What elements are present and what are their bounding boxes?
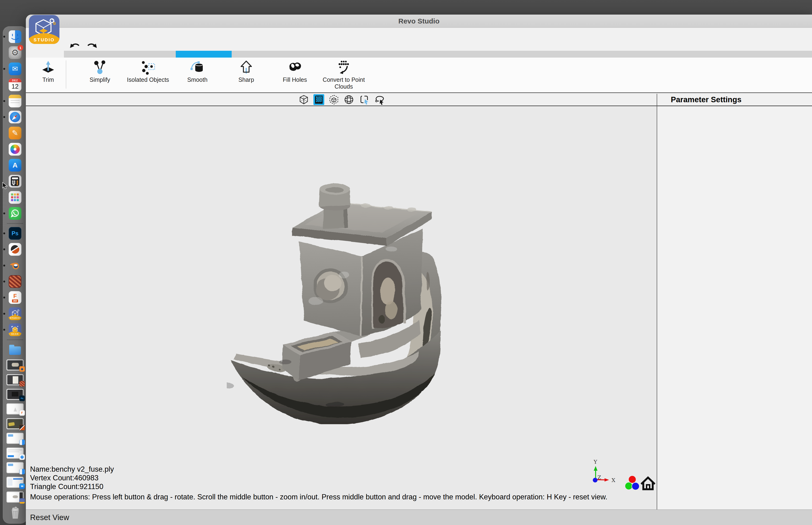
dock-launchpad[interactable] bbox=[9, 191, 21, 204]
minimized-window-photoshop[interactable]: Ps bbox=[6, 389, 24, 400]
running-indicator bbox=[3, 36, 5, 38]
undo-button[interactable] bbox=[70, 42, 80, 50]
revo-scan-label: SCAN bbox=[9, 331, 21, 336]
dock-app-store[interactable]: A bbox=[9, 159, 21, 171]
finder-icon bbox=[9, 30, 21, 43]
fusion-360-label: 360 bbox=[12, 299, 18, 302]
tool-label: Convert to Point Clouds bbox=[321, 76, 366, 90]
minimized-window-finder-2[interactable] bbox=[6, 462, 24, 473]
rgb-render-mode-button[interactable] bbox=[625, 476, 640, 491]
dock-downloads-folder[interactable] bbox=[9, 343, 21, 356]
dock-calendar[interactable]: DEZ 12 bbox=[9, 78, 21, 91]
running-indicator bbox=[3, 313, 5, 315]
dock-calculator[interactable] bbox=[9, 175, 21, 188]
smooth-button[interactable]: Smooth bbox=[175, 60, 220, 83]
tool-label: Sharp bbox=[224, 76, 269, 83]
dock-photos[interactable] bbox=[9, 143, 21, 155]
convert-to-point-clouds-button[interactable]: Convert to Point Clouds bbox=[321, 60, 366, 90]
dock-finder[interactable] bbox=[9, 30, 21, 43]
dock: ⚙ 1 ✉ DEZ 12 ✎ A P bbox=[3, 26, 27, 524]
tool-label: Trim bbox=[26, 76, 71, 83]
minimized-window-cad-app[interactable] bbox=[6, 374, 24, 386]
running-indicator bbox=[3, 232, 5, 234]
fill-holes-button[interactable]: Fill Holes bbox=[273, 60, 317, 83]
dock-notes[interactable] bbox=[9, 95, 21, 107]
vertex-count: Vertex Count:460983 bbox=[30, 474, 114, 482]
minimized-window-safari[interactable] bbox=[6, 448, 24, 459]
dock-revo-scan[interactable]: SCAN bbox=[9, 324, 21, 336]
minimized-window-revo-scan[interactable] bbox=[6, 491, 24, 503]
minimized-window-mail[interactable]: ✉ bbox=[6, 477, 24, 488]
axis-label-y: Y bbox=[594, 459, 597, 465]
fusion-letter: F bbox=[13, 293, 17, 299]
sharp-icon bbox=[239, 60, 254, 75]
tool-label: Isolated Objects bbox=[126, 76, 170, 83]
3d-viewport[interactable]: Name:benchy v2_fuse.ply Vertex Count:460… bbox=[26, 107, 657, 510]
fusion-badge-icon: F bbox=[19, 410, 25, 416]
dock-blender[interactable] bbox=[9, 259, 21, 272]
window-title: Revo Studio bbox=[26, 15, 812, 28]
dock-3d-design-app[interactable] bbox=[9, 243, 21, 256]
bounding-box-view-button[interactable] bbox=[328, 94, 339, 105]
axis-label-x: X bbox=[612, 477, 615, 483]
trim-button[interactable]: Trim bbox=[26, 60, 71, 83]
axis-gizmo: Y Z X bbox=[586, 459, 622, 489]
safari-badge-icon bbox=[19, 454, 25, 460]
dock-pages[interactable]: ✎ bbox=[9, 127, 21, 139]
panel-title: Parameter Settings bbox=[671, 95, 741, 104]
simplify-button[interactable]: Simplify bbox=[78, 60, 122, 83]
rectangle-select-button[interactable] bbox=[358, 94, 369, 105]
minimized-window-finder[interactable] bbox=[6, 433, 24, 444]
benchy-model[interactable] bbox=[227, 179, 452, 424]
titlebar[interactable]: Revo Studio bbox=[26, 15, 812, 28]
running-indicator bbox=[3, 281, 5, 283]
revo-scan-badge-icon bbox=[19, 498, 25, 504]
desktop: ⚙ 1 ✉ DEZ 12 ✎ A P bbox=[0, 0, 812, 525]
minimized-window-fusion[interactable]: F bbox=[6, 403, 24, 415]
wireframe-cube-view-button[interactable] bbox=[298, 94, 309, 105]
revo-studio-logo: STUDIO bbox=[29, 15, 59, 44]
reset-view-status: Reset View bbox=[30, 513, 69, 522]
mail-badge-icon: ✉ bbox=[19, 483, 25, 489]
running-indicator bbox=[3, 116, 5, 118]
dock-cad-stripes-app[interactable] bbox=[9, 275, 21, 288]
minimized-window-blender[interactable] bbox=[6, 359, 24, 371]
dock-mail[interactable]: ✉ bbox=[9, 62, 21, 75]
running-indicator bbox=[3, 265, 5, 267]
launchpad-icon bbox=[9, 191, 21, 204]
tool-label: Simplify bbox=[78, 76, 122, 83]
running-indicator bbox=[3, 297, 5, 298]
sharp-button[interactable]: Sharp bbox=[224, 60, 269, 83]
toolbar-separator bbox=[66, 60, 66, 89]
dock-whatsapp[interactable] bbox=[9, 207, 21, 220]
cad-app-badge-icon bbox=[19, 381, 25, 387]
revo-studio-icon: STUDIO bbox=[9, 308, 21, 320]
triangle-count: Triangle Count:921150 bbox=[30, 482, 114, 491]
running-indicator bbox=[3, 212, 5, 214]
trim-icon bbox=[41, 60, 56, 75]
globe-view-button[interactable] bbox=[343, 94, 354, 105]
status-bar: Reset View bbox=[26, 510, 812, 525]
home-reset-view-button[interactable] bbox=[640, 476, 656, 491]
finder-badge-icon bbox=[19, 439, 25, 445]
mesh-toolbar: Trim Simplify Isolated Objects bbox=[26, 58, 812, 93]
finder-badge-icon bbox=[19, 469, 25, 475]
lasso-select-button[interactable] bbox=[373, 94, 384, 105]
minimized-window-3d-design-app[interactable] bbox=[6, 418, 24, 429]
isolated-objects-button[interactable]: Isolated Objects bbox=[126, 60, 170, 83]
panel-divider[interactable] bbox=[657, 94, 657, 510]
dock-fusion-360[interactable]: F 360 bbox=[9, 291, 21, 304]
blender-badge-icon bbox=[19, 366, 25, 372]
dock-photoshop[interactable]: Ps bbox=[9, 227, 21, 240]
pages-pen-icon: ✎ bbox=[9, 127, 21, 139]
dock-revo-studio[interactable]: STUDIO bbox=[9, 308, 21, 320]
dock-system-settings[interactable]: ⚙ 1 bbox=[9, 46, 21, 59]
dock-trash[interactable] bbox=[9, 506, 21, 520]
simplify-icon bbox=[92, 60, 108, 75]
running-indicator bbox=[3, 68, 5, 70]
shaded-view-button[interactable] bbox=[313, 94, 324, 105]
mouse-operations-help: Mouse operations: Press left button & dr… bbox=[30, 493, 608, 501]
model-info: Name:benchy v2_fuse.ply Vertex Count:460… bbox=[30, 465, 114, 491]
redo-button[interactable] bbox=[87, 42, 97, 50]
dock-safari[interactable] bbox=[9, 111, 21, 123]
